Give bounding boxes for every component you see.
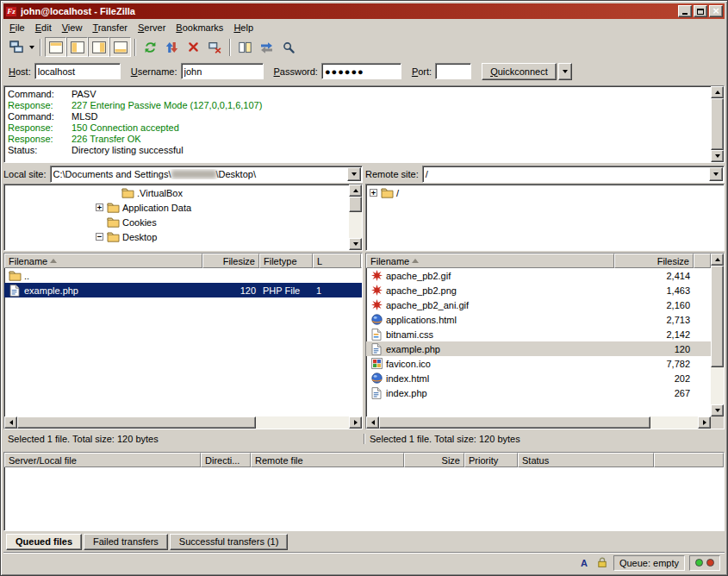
file-row-index-php[interactable]: index.php267 [366,385,711,400]
log-line-text: Directory listing successful [72,145,184,155]
tree-item-cookies[interactable]: Cookies [4,215,349,229]
menu-file[interactable]: File [4,21,30,34]
expand-icon[interactable]: + [370,189,377,197]
local-site-dropdown-button[interactable] [347,167,361,181]
file-row-favicon-ico[interactable]: favicon.ico7,782 [366,356,711,371]
scroll-up-button[interactable] [349,185,362,197]
toggle-transfer-queue-button[interactable] [109,37,131,57]
local-tree-scrollbar[interactable] [349,185,362,250]
column-header-priority[interactable]: Priority [464,453,518,467]
toggle-message-log-button[interactable] [45,37,66,57]
quickconnect-button[interactable]: Quickconnect [482,63,557,80]
host-input[interactable] [34,63,121,79]
refresh-button[interactable] [140,37,161,57]
remote-list-vertical-scrollbar[interactable] [711,254,724,416]
column-header-filetype[interactable]: Filetype [259,254,313,268]
scroll-down-button[interactable] [711,150,724,162]
quickconnect-dropdown-button[interactable] [558,63,572,80]
file-row-apache-pb2-gif[interactable]: apache_pb2.gif2,414 [366,268,711,283]
scrollbar-thumb[interactable] [711,98,724,150]
tree-item-desktop[interactable]: −Desktop [4,229,349,244]
find-files-icon [282,41,296,53]
tree-item-root[interactable]: +/ [366,185,724,200]
scrollbar-thumb[interactable] [711,266,724,367]
scrollbar-track[interactable] [711,98,724,150]
expand-icon[interactable]: + [96,203,103,211]
tab-failed-transfers[interactable]: Failed transfers [84,534,168,550]
tree-item-label: Application Data [122,203,191,213]
process-queue-button[interactable] [161,37,183,57]
remote-site-dropdown-button[interactable] [709,167,723,181]
scroll-down-button[interactable] [711,404,724,416]
disconnect-button[interactable] [204,37,226,57]
toggle-remote-tree-button[interactable] [88,37,109,57]
file-row-apache-pb2-png[interactable]: apache_pb2.png1,463 [366,283,711,297]
site-manager-dropdown-button[interactable] [27,37,36,57]
directory-comparison-button[interactable] [234,37,256,57]
synchronized-browsing-button[interactable] [256,37,277,57]
file-row-example-php[interactable]: example.php120PHP File1 [4,283,362,297]
column-header-filename[interactable]: Filename [366,254,614,268]
scroll-left-button[interactable] [4,416,17,429]
toggle-local-tree-button[interactable] [66,37,88,57]
close-button[interactable]: × [709,5,723,17]
collapse-icon[interactable]: − [96,233,103,241]
scroll-down-button[interactable] [349,238,362,250]
local-list-horizontal-scrollbar[interactable] [4,416,362,429]
scroll-left-button[interactable] [366,416,379,429]
tree-item-virtualbox[interactable]: .VirtualBox [4,185,349,200]
column-header-l[interactable]: L [313,254,361,268]
remote-site-combo[interactable]: / [422,166,725,183]
column-header-filename[interactable]: Filename [4,254,202,268]
menu-bookmarks[interactable]: Bookmarks [171,21,228,34]
file-row-example-php[interactable]: example.php120 [366,341,711,356]
tab-queued-files[interactable]: Queued files [6,534,82,550]
column-header-status[interactable]: Status [518,453,654,467]
column-header-server-local-file[interactable]: Server/Local file [4,453,201,467]
column-header-size[interactable]: Size [404,453,464,467]
column-header-directi[interactable]: Directi... [201,453,251,467]
password-input[interactable] [321,63,401,79]
minimize-button[interactable] [678,5,692,17]
column-header-filesize[interactable]: Filesize [202,254,259,268]
column-header-remote-file[interactable]: Remote file [251,453,404,467]
file-row-apache-pb2-ani-gif[interactable]: apache_pb2_ani.gif2,160 [366,297,711,312]
maximize-button[interactable] [694,5,707,17]
scrollbar-track[interactable] [379,416,698,429]
menu-server[interactable]: Server [133,21,171,34]
log-scrollbar[interactable] [711,86,724,162]
tree-item-application-data[interactable]: +Application Data [4,200,349,215]
menu-help[interactable]: Help [228,21,258,34]
arrow-left-icon [371,420,375,425]
find-files-button[interactable] [277,37,299,57]
cell-type [259,268,313,283]
menu-view[interactable]: View [57,21,88,34]
username-input[interactable] [181,63,264,79]
scroll-up-button[interactable] [711,86,724,98]
file-row-updir[interactable]: .. [4,268,362,283]
scrollbar-thumb[interactable] [349,197,362,212]
port-input[interactable] [435,63,471,79]
log-line-type: Response: [8,122,72,133]
column-header-filesize[interactable]: Filesize [614,254,694,268]
scroll-right-button[interactable] [349,416,362,429]
scrollbar-track[interactable] [17,416,349,429]
title-bar[interactable]: Fz john@localhost - FileZilla × [3,3,725,19]
scrollbar-track[interactable] [349,197,362,238]
site-manager-button[interactable] [5,37,27,57]
file-row-applications-html[interactable]: applications.html2,713 [366,312,711,327]
tab-successful-transfers-1[interactable]: Successful transfers (1) [170,534,289,550]
sort-ascending-icon [50,259,57,263]
cancel-button[interactable] [183,37,204,57]
file-row-bitnami-css[interactable]: bitnami.css2,142 [366,327,711,341]
scrollbar-track[interactable] [711,266,724,404]
scroll-right-button[interactable] [698,416,711,429]
file-row-index-html[interactable]: index.html202 [366,371,711,385]
local-site-combo[interactable]: C:\Documents and Settings\\Desktop\ [50,166,363,183]
menu-transfer[interactable]: Transfer [87,21,133,34]
scrollbar-thumb[interactable] [379,416,650,429]
scrollbar-thumb[interactable] [17,416,256,429]
scroll-up-button[interactable] [711,254,724,266]
remote-list-horizontal-scrollbar[interactable] [366,416,711,429]
menu-edit[interactable]: Edit [30,21,57,34]
